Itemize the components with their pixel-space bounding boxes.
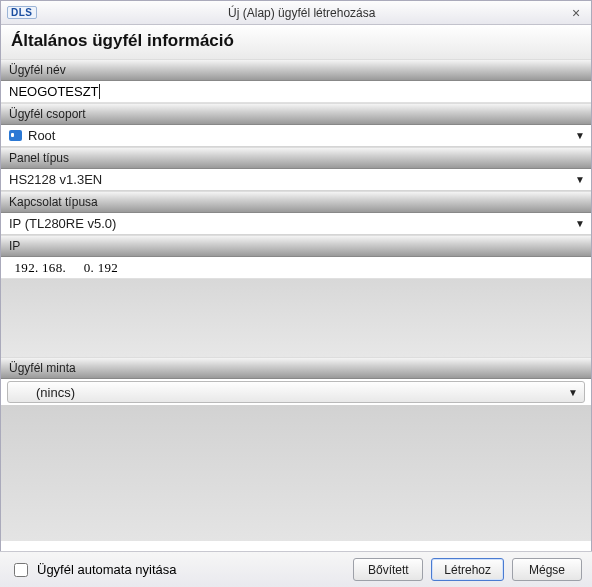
client-sample-value: (nincs) <box>36 385 568 400</box>
dropdown-client-sample[interactable]: (nincs) ▼ <box>7 381 585 403</box>
blank-area-1 <box>1 279 591 357</box>
panel-type-value: HS2128 v1.3EN <box>9 172 569 187</box>
dropdown-client-group[interactable]: Root ▼ <box>1 125 591 147</box>
section-header: Általános ügyfél információ <box>1 25 591 59</box>
title-bar: DLS Új (Alap) ügyfél létrehozása × <box>1 1 591 25</box>
connection-type-value: IP (TL280RE v5.0) <box>9 216 569 231</box>
blank-area-2 <box>1 405 591 541</box>
auto-open-checkbox[interactable] <box>14 563 28 577</box>
advanced-button[interactable]: Bővített <box>353 558 423 581</box>
label-ip: IP <box>1 235 591 257</box>
client-group-value: Root <box>28 128 569 143</box>
window-title: Új (Alap) ügyfél létrehozása <box>37 6 568 20</box>
label-client-group: Ügyfél csoport <box>1 103 591 125</box>
label-panel-type: Panel típus <box>1 147 591 169</box>
create-button[interactable]: Létrehoz <box>431 558 504 581</box>
label-client-name: Ügyfél név <box>1 59 591 81</box>
auto-open-wrap[interactable]: Ügyfél automata nyitása <box>10 560 345 580</box>
field-ip[interactable] <box>1 257 591 279</box>
bottom-bar: Ügyfél automata nyitása Bővített Létreho… <box>0 551 592 587</box>
dropdown-connection-type[interactable]: IP (TL280RE v5.0) ▼ <box>1 213 591 235</box>
folder-icon <box>9 130 22 141</box>
chevron-down-icon: ▼ <box>568 387 578 398</box>
auto-open-label: Ügyfél automata nyitása <box>37 562 176 577</box>
ip-input[interactable] <box>9 259 583 277</box>
app-logo: DLS <box>7 6 37 19</box>
dropdown-panel-type[interactable]: HS2128 v1.3EN ▼ <box>1 169 591 191</box>
client-name-value: NEOGOTESZT <box>9 84 99 99</box>
label-client-sample: Ügyfél minta <box>1 357 591 379</box>
chevron-down-icon: ▼ <box>569 218 585 229</box>
chevron-down-icon: ▼ <box>569 174 585 185</box>
cancel-button[interactable]: Mégse <box>512 558 582 581</box>
text-caret <box>99 84 100 99</box>
field-client-name[interactable]: NEOGOTESZT <box>1 81 591 103</box>
chevron-down-icon: ▼ <box>569 130 585 141</box>
label-connection-type: Kapcsolat típusa <box>1 191 591 213</box>
close-icon[interactable]: × <box>567 5 585 21</box>
